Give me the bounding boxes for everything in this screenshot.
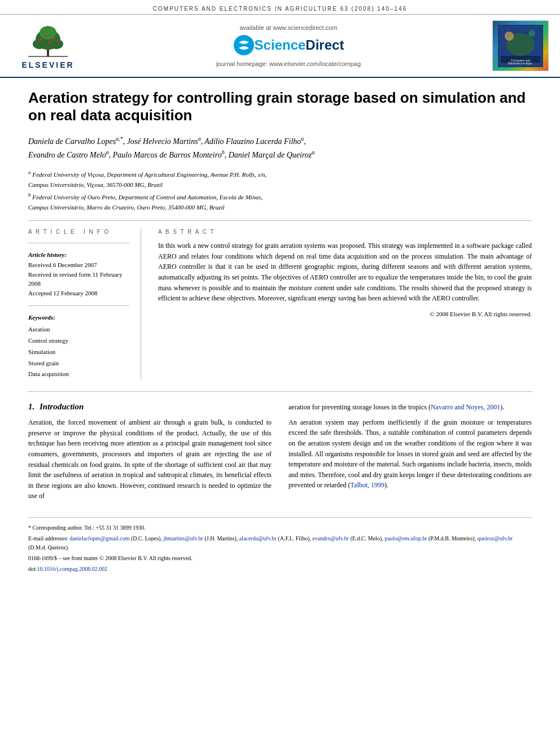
keyword-data-acquisition: Data acquisition bbox=[28, 369, 129, 380]
footnotes: * Corresponding author. Tel.: +55 31 31 … bbox=[28, 517, 532, 574]
keyword-simulation: Simulation bbox=[28, 347, 129, 358]
email-paulo-link[interactable]: paulo@em.ufop.br bbox=[384, 535, 427, 541]
sciencedirect-logo: ScienceDirect bbox=[96, 34, 481, 56]
affiliations: a Federal University of Viçosa, Departme… bbox=[28, 168, 532, 212]
ref-talbot-link[interactable]: Talbot, 1999 bbox=[351, 481, 385, 489]
affiliation-a: a Federal University of Viçosa, Departme… bbox=[28, 168, 532, 190]
keywords-divider bbox=[28, 305, 129, 306]
journal-top-header: Computers and Electronics in Agriculture… bbox=[0, 0, 560, 15]
sciencedirect-icon bbox=[233, 34, 255, 56]
article-title: Aeration strategy for controlling grain … bbox=[28, 89, 532, 124]
introduction-section: 1. Introduction Aeration, the forced mov… bbox=[28, 402, 532, 506]
svg-text:Electronics in Agric.: Electronics in Agric. bbox=[508, 62, 533, 65]
footnote-emails: E-mail addresses: danielaclopes@gmail.co… bbox=[28, 534, 532, 552]
affiliation-b: b Federal University of Ouro Preto, Depa… bbox=[28, 191, 532, 212]
history-label: Article history: bbox=[28, 251, 129, 258]
intro-col-right: aeration for preventing storage losses i… bbox=[288, 402, 532, 506]
elsevier-label-text: ELSEVIER bbox=[21, 60, 74, 69]
section-number: 1. bbox=[28, 402, 34, 411]
article-info-panel: A R T I C L E I N F O Article history: R… bbox=[28, 229, 141, 380]
intro-col-left: 1. Introduction Aeration, the forced mov… bbox=[28, 402, 272, 506]
doi-link[interactable]: 10.1016/j.compag.2008.02.002 bbox=[37, 566, 108, 572]
article-body: A R T I C L E I N F O Article history: R… bbox=[28, 229, 532, 380]
journal-homepage-text: journal homepage: www.elsevier.com/locat… bbox=[96, 60, 481, 67]
elsevier-tree-icon bbox=[23, 23, 73, 59]
intro-heading: 1. Introduction bbox=[28, 402, 272, 412]
email-daniela-link[interactable]: danielaclopes@gmail.com bbox=[69, 535, 129, 541]
keywords-label: Keywords: bbox=[28, 314, 129, 321]
info-divider bbox=[28, 243, 129, 243]
email-evandro-link[interactable]: evandro@ufv.br bbox=[312, 535, 349, 541]
elsevier-logo: ELSEVIER bbox=[11, 20, 85, 71]
sd-science-text: Science bbox=[255, 37, 306, 53]
page: Computers and Electronics in Agriculture… bbox=[0, 0, 560, 747]
journal-thumbnail: Computers and Electronics in Agric. bbox=[492, 20, 549, 71]
received-date: Received 6 December 2007 Received in rev… bbox=[28, 260, 129, 298]
email-alacerda-link[interactable]: alacerda@ufv.br bbox=[239, 535, 277, 541]
sd-direct-text: Direct bbox=[305, 37, 344, 53]
keyword-aeration: Aeration bbox=[28, 324, 129, 335]
copyright-line: © 2008 Elsevier B.V. All rights reserved… bbox=[158, 311, 532, 317]
divider-1 bbox=[28, 220, 532, 221]
journal-header-row: ELSEVIER available at www.sciencedirect.… bbox=[0, 15, 560, 78]
svg-point-6 bbox=[45, 35, 47, 37]
journal-citation: Computers and Electronics in Agriculture… bbox=[153, 6, 407, 12]
section-divider bbox=[28, 391, 532, 392]
footnote-doi: doi:10.1016/j.compag.2008.02.002 bbox=[28, 565, 532, 574]
main-content: Aeration strategy for controlling grain … bbox=[0, 78, 560, 587]
intro-right-text: aeration for preventing storage losses i… bbox=[288, 402, 532, 491]
ref-navarro-link[interactable]: Navarro and Noyes, 2001 bbox=[431, 403, 500, 411]
svg-point-2 bbox=[33, 39, 46, 49]
available-at-text: available at www.sciencedirect.com bbox=[96, 24, 481, 31]
intro-left-text: Aeration, the forced movement of ambient… bbox=[28, 417, 272, 501]
svg-point-3 bbox=[50, 39, 63, 49]
sd-logo-text: ScienceDirect bbox=[255, 37, 344, 53]
footnote-license: 0168-1699/$ – see front matter © 2008 El… bbox=[28, 554, 532, 563]
article-info-title: A R T I C L E I N F O bbox=[28, 229, 129, 235]
keywords-list: Aeration Control strategy Simulation Sto… bbox=[28, 324, 129, 380]
journal-cover-icon: Computers and Electronics in Agric. bbox=[498, 25, 543, 67]
keyword-control-strategy: Control strategy bbox=[28, 335, 129, 347]
abstract-panel: A B S T R A C T In this work a new contr… bbox=[158, 229, 532, 380]
svg-point-8 bbox=[49, 41, 51, 43]
svg-point-7 bbox=[53, 37, 55, 40]
authors: Daniela de Carvalho Lopesa,*, José Helve… bbox=[28, 134, 532, 161]
keyword-stored-grain: Stored grain bbox=[28, 358, 129, 369]
email-jhmartins-link[interactable]: jhmartins@ufv.br bbox=[163, 535, 203, 541]
svg-point-16 bbox=[528, 30, 535, 37]
footnote-corresponding: * Corresponding author. Tel.: +55 31 31 … bbox=[28, 523, 532, 532]
abstract-title: A B S T R A C T bbox=[158, 229, 532, 235]
email-queiroz-link[interactable]: queiroz@ufv.br bbox=[477, 535, 513, 541]
svg-point-9 bbox=[56, 40, 59, 42]
section-title: Introduction bbox=[40, 402, 84, 411]
abstract-text: In this work a new control strategy for … bbox=[158, 241, 532, 304]
svg-point-5 bbox=[40, 38, 42, 41]
svg-point-11 bbox=[234, 35, 254, 55]
center-header: available at www.sciencedirect.com Scien… bbox=[85, 24, 492, 67]
svg-point-15 bbox=[505, 32, 514, 41]
